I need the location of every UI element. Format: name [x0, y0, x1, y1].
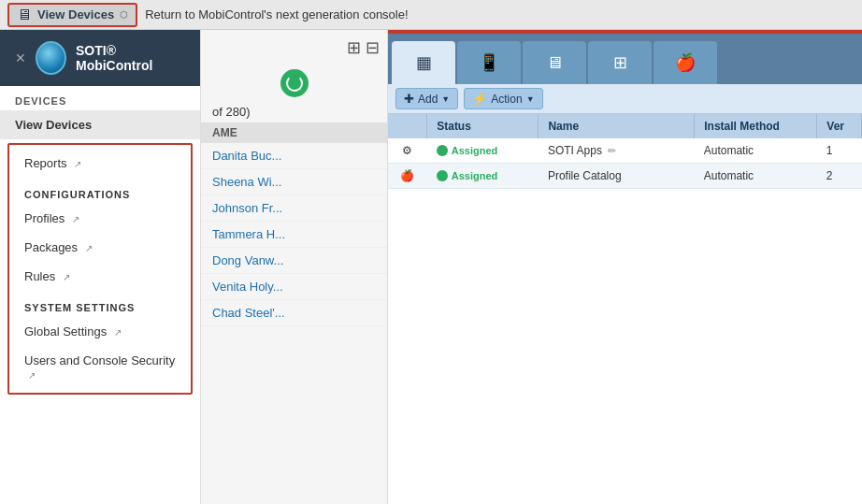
- users-console-label: Users and Console Security: [24, 353, 175, 367]
- rules-ext-icon: ↗: [63, 272, 70, 282]
- count-label: of 280): [201, 101, 387, 122]
- list-item[interactable]: Tammera H...: [201, 222, 387, 248]
- table-header-row: Status Name Install Method Ver: [388, 114, 862, 138]
- table-row[interactable]: 🍎 Assigned Profile Catalog Automatic: [388, 164, 862, 189]
- list-item[interactable]: Venita Holy...: [201, 274, 387, 300]
- add-icon: ✚: [404, 92, 414, 106]
- status-text: Assigned: [452, 170, 498, 181]
- th-icon: [388, 114, 427, 138]
- status-assigned: Assigned: [437, 170, 529, 181]
- rules-label: Rules: [24, 269, 55, 283]
- list-item[interactable]: Johnson Fr...: [201, 195, 387, 222]
- sidebar-item-view-devices[interactable]: View Devices: [0, 110, 200, 139]
- right-table-container: Status Name Install Method Ver ⚙: [388, 114, 862, 504]
- add-label: Add: [418, 93, 438, 106]
- view-devices-banner-button[interactable]: 🖥 View Devices ⬡: [7, 3, 137, 27]
- add-dropdown-arrow: ▼: [441, 94, 450, 104]
- name-with-edit: SOTI Apps ✏: [548, 144, 685, 157]
- edit-icon[interactable]: ✏: [608, 145, 616, 157]
- global-settings-ext-icon: ↗: [114, 327, 122, 338]
- th-status: Status: [427, 114, 539, 138]
- external-link-icon: ⬡: [120, 9, 128, 20]
- center-list: Danita Buc... Sheena Wi... Johnson Fr...…: [201, 143, 387, 326]
- install-method-cell: Automatic: [695, 138, 817, 164]
- devices-section-label: DEVICES: [0, 86, 200, 110]
- status-dot-icon: [437, 170, 448, 181]
- brand-name: SOTI® MobiControl: [76, 43, 185, 73]
- packages-label: Packages: [24, 240, 78, 254]
- list-item[interactable]: Dong Vanw...: [201, 248, 387, 274]
- action-label: Action: [491, 93, 522, 106]
- version-cell: 2: [817, 164, 862, 189]
- tab-desktop[interactable]: 🖥: [523, 41, 586, 84]
- refresh-button[interactable]: [280, 69, 309, 97]
- status-assigned: Assigned: [437, 145, 529, 156]
- main-area: ✕ SOTI® MobiControl DEVICES View Devices…: [0, 30, 862, 504]
- list-column-header: AME: [201, 122, 387, 143]
- devices-tab-icon: 📱: [479, 52, 499, 73]
- status-text: Assigned: [452, 145, 498, 156]
- sidebar-item-reports[interactable]: Reports ↗: [9, 149, 191, 178]
- sidebar-item-global-settings[interactable]: Global Settings ↗: [9, 317, 191, 346]
- reports-label: Reports: [24, 156, 67, 170]
- name-cell: SOTI Apps ✏: [539, 138, 695, 164]
- right-toolbar: ✚ Add ▼ ⚡ Action ▼: [388, 84, 862, 114]
- users-console-ext-icon: ↗: [28, 370, 36, 381]
- tab-apps[interactable]: ▦: [392, 41, 455, 84]
- view-devices-banner-label: View Devices: [37, 7, 114, 22]
- system-settings-section-label: SYSTEM SETTINGS: [9, 291, 191, 317]
- app-type-icon: ⚙: [402, 144, 412, 157]
- list-item[interactable]: Danita Buc...: [201, 143, 387, 169]
- banner-message: Return to MobiControl's next generation …: [145, 7, 408, 22]
- sidebar-item-profiles[interactable]: Profiles ↗: [9, 204, 191, 233]
- sidebar-item-users-console[interactable]: Users and Console Security ↗: [9, 346, 191, 389]
- sidebar-item-packages[interactable]: Packages ↗: [9, 233, 191, 262]
- install-method-cell: Automatic: [695, 164, 817, 189]
- sidebar-outlined-section: Reports ↗ CONFIGURATIONS Profiles ↗ Pack…: [7, 143, 193, 395]
- close-button[interactable]: ✕: [15, 50, 26, 65]
- tab-apple[interactable]: 🍎: [654, 41, 717, 84]
- apple-tab-icon: 🍎: [675, 52, 696, 73]
- status-cell: Assigned: [427, 138, 539, 164]
- status-dot-icon: [437, 145, 448, 156]
- app-name: SOTI Apps: [548, 144, 602, 157]
- app-type-icon: 🍎: [400, 169, 414, 182]
- action-button[interactable]: ⚡ Action ▼: [464, 88, 542, 109]
- profiles-ext-icon: ↗: [72, 214, 79, 224]
- tab-windows[interactable]: ⊞: [588, 41, 652, 84]
- windows-tab-icon: ⊞: [613, 52, 627, 73]
- name-cell: Profile Catalog: [539, 164, 695, 189]
- add-button[interactable]: ✚ Add ▼: [395, 88, 458, 109]
- configurations-section-label: CONFIGURATIONS: [9, 178, 191, 204]
- right-tabs: ▦ 📱 🖥 ⊞ 🍎: [388, 34, 862, 84]
- sidebar-item-rules[interactable]: Rules ↗: [9, 262, 191, 291]
- center-top-controls: ⊞ ⊟: [201, 30, 387, 65]
- status-cell: Assigned: [427, 164, 539, 189]
- apps-table: Status Name Install Method Ver ⚙: [388, 114, 862, 189]
- soti-logo: [36, 41, 66, 75]
- global-settings-label: Global Settings: [24, 324, 107, 338]
- list-item[interactable]: Sheena Wi...: [201, 169, 387, 195]
- row-icon-cell: ⚙: [388, 138, 427, 164]
- app-name: Profile Catalog: [548, 169, 622, 182]
- sidebar: ✕ SOTI® MobiControl DEVICES View Devices…: [0, 30, 201, 504]
- apps-tab-icon: ▦: [416, 52, 432, 73]
- row-icon-cell: 🍎: [388, 164, 427, 189]
- desktop-tab-icon: 🖥: [546, 53, 563, 73]
- list-item[interactable]: Chad Steel'...: [201, 300, 387, 326]
- reports-ext-icon: ↗: [74, 159, 81, 169]
- action-dropdown-arrow: ▼: [526, 94, 535, 104]
- sidebar-header: ✕ SOTI® MobiControl: [0, 30, 200, 86]
- version-cell: 1: [817, 138, 862, 164]
- grid-view-icon[interactable]: ⊞ ⊟: [347, 37, 380, 58]
- sidebar-view-devices-label: View Devices: [15, 118, 92, 132]
- action-icon: ⚡: [472, 92, 487, 106]
- packages-ext-icon: ↗: [85, 243, 93, 253]
- table-row[interactable]: ⚙ Assigned SOTI Apps ✏: [388, 138, 862, 164]
- th-install-method: Install Method: [695, 114, 817, 138]
- profiles-label: Profiles: [24, 211, 65, 225]
- center-panel: ⊞ ⊟ of 280) AME Danita Buc... Sheena Wi.…: [201, 30, 388, 504]
- tab-devices[interactable]: 📱: [457, 41, 521, 84]
- monitor-icon: 🖥: [17, 7, 32, 23]
- th-version: Ver: [817, 114, 862, 138]
